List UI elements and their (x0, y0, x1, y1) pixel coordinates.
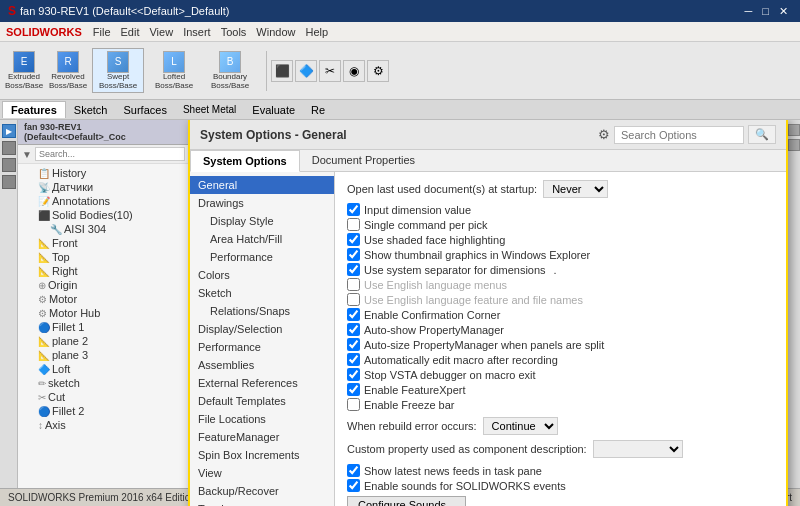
menu-tools[interactable]: Tools (216, 24, 252, 40)
tree-item-fillet1[interactable]: 🔵 Fillet 1 (18, 320, 189, 334)
tree-item-aisi[interactable]: 🔧 AISI 304 (18, 222, 189, 236)
chk-single-command-input[interactable] (347, 218, 360, 231)
configure-sounds-btn[interactable]: Configure Sounds... (347, 496, 466, 506)
tab-sketch[interactable]: Sketch (66, 102, 116, 118)
chk-auto-size-pm-input[interactable] (347, 338, 360, 351)
chk-stop-vsta-input[interactable] (347, 368, 360, 381)
nav-item-display-selection[interactable]: Display/Selection (190, 320, 334, 338)
tab-sheet-metal[interactable]: Sheet Metal (175, 102, 244, 117)
nav-item-assemblies[interactable]: Assemblies (190, 356, 334, 374)
search-button[interactable]: 🔍 (748, 125, 776, 144)
menu-view[interactable]: View (144, 24, 178, 40)
toolbar-btn-3[interactable]: ✂ (319, 60, 341, 82)
rebuild-select[interactable]: Continue Stop Prompt (483, 417, 558, 435)
tree-item-sketch[interactable]: ✏ sketch (18, 376, 189, 390)
nav-item-external-references[interactable]: External References (190, 374, 334, 392)
nav-item-area-hatch[interactable]: Area Hatch/Fill (190, 230, 334, 248)
nav-item-file-locations[interactable]: File Locations (190, 410, 334, 428)
tree-item-right[interactable]: 📐 Right (18, 264, 189, 278)
tab-system-options[interactable]: System Options (190, 150, 300, 172)
lofted-boss-btn[interactable]: L Lofted Boss/Base (148, 48, 200, 94)
tree-item-annotations[interactable]: 📝 Annotations (18, 194, 189, 208)
chk-input-dimension: Input dimension value (347, 203, 774, 216)
minimize-icon[interactable]: ─ (741, 5, 757, 18)
menu-file[interactable]: File (88, 24, 116, 40)
toolbar-btn-5[interactable]: ⚙ (367, 60, 389, 82)
chk-thumbnail-input[interactable] (347, 248, 360, 261)
chk-property-manager-input[interactable] (347, 323, 360, 336)
tab-re[interactable]: Re (303, 102, 333, 118)
tree-search-input[interactable] (35, 147, 185, 161)
menu-window[interactable]: Window (251, 24, 300, 40)
sidebar-icon-4[interactable] (2, 175, 16, 189)
revolved-boss-btn[interactable]: R Revolved Boss/Base (48, 48, 88, 94)
nav-item-touch[interactable]: Touch (190, 500, 334, 506)
custom-prop-select[interactable] (593, 440, 683, 458)
tree-item-motor[interactable]: ⚙ Motor (18, 292, 189, 306)
chk-input-dimension-input[interactable] (347, 203, 360, 216)
startup-select[interactable]: Never Always Ask (543, 180, 608, 198)
system-options-dialog: System Options - General ⚙ 🔍 System Opti… (188, 120, 788, 506)
sidebar-icon-1[interactable]: ▶ (2, 124, 16, 138)
right-icon-2[interactable] (788, 139, 800, 151)
nav-item-default-templates[interactable]: Default Templates (190, 392, 334, 410)
nav-item-sketch[interactable]: Sketch (190, 284, 334, 302)
toolbar-btn-2[interactable]: 🔷 (295, 60, 317, 82)
tree-item-origin[interactable]: ⊕ Origin (18, 278, 189, 292)
nav-item-general[interactable]: General (190, 176, 334, 194)
tree-item-fillet2[interactable]: 🔵 Fillet 2 (18, 404, 189, 418)
tree-item-plane2[interactable]: 📐 plane 2 (18, 334, 189, 348)
nav-item-display-style[interactable]: Display Style (190, 212, 334, 230)
nav-item-colors[interactable]: Colors (190, 266, 334, 284)
right-icon-1[interactable] (788, 124, 800, 136)
chk-news-feeds-input[interactable] (347, 464, 360, 477)
menu-insert[interactable]: Insert (178, 24, 216, 40)
maximize-icon[interactable]: □ (758, 5, 773, 18)
chk-sounds-input[interactable] (347, 479, 360, 492)
tree-item-sensors[interactable]: 📡 Датчики (18, 180, 189, 194)
nav-item-spin-box[interactable]: Spin Box Increments (190, 446, 334, 464)
swept-boss-btn[interactable]: S Swept Boss/Base (92, 48, 144, 94)
extruded-boss-btn[interactable]: E Extruded Boss/Base (4, 48, 44, 94)
menu-help[interactable]: Help (300, 24, 333, 40)
chk-freeze-bar-input[interactable] (347, 398, 360, 411)
tab-evaluate[interactable]: Evaluate (244, 102, 303, 118)
tab-surfaces[interactable]: Surfaces (116, 102, 175, 118)
menu-edit[interactable]: Edit (116, 24, 145, 40)
chk-system-separator-input[interactable] (347, 263, 360, 276)
sidebar-icon-2[interactable] (2, 141, 16, 155)
nav-item-view[interactable]: View (190, 464, 334, 482)
toolbar-btn-4[interactable]: ◉ (343, 60, 365, 82)
chk-shaded-face-input[interactable] (347, 233, 360, 246)
chk-featurexpert-input[interactable] (347, 383, 360, 396)
close-icon[interactable]: ✕ (775, 5, 792, 18)
tab-features[interactable]: Features (2, 101, 66, 118)
tree-item-axis[interactable]: ↕ Axis (18, 418, 189, 432)
main-toolbar: E Extruded Boss/Base R Revolved Boss/Bas… (0, 42, 800, 100)
nav-item-backup-recover[interactable]: Backup/Recover (190, 482, 334, 500)
tree-item-loft[interactable]: 🔷 Loft (18, 362, 189, 376)
chk-thumbnail: Show thumbnail graphics in Windows Explo… (347, 248, 774, 261)
chk-english-feature-input[interactable] (347, 293, 360, 306)
nav-item-relations-snaps[interactable]: Relations/Snaps (190, 302, 334, 320)
tree-item-front[interactable]: 📐 Front (18, 236, 189, 250)
tree-item-cut[interactable]: ✂ Cut (18, 390, 189, 404)
nav-item-performance[interactable]: Performance (190, 338, 334, 356)
chk-english-menus-input[interactable] (347, 278, 360, 291)
tree-item-history[interactable]: 📋 History (18, 166, 189, 180)
tree-item-plane3[interactable]: 📐 plane 3 (18, 348, 189, 362)
boundary-boss-btn[interactable]: B Boundary Boss/Base (204, 48, 256, 94)
options-search-input[interactable] (614, 126, 744, 144)
chk-confirmation-corner-input[interactable] (347, 308, 360, 321)
chk-auto-edit-macro-input[interactable] (347, 353, 360, 366)
nav-item-performance-sub[interactable]: Performance (190, 248, 334, 266)
toolbar-btn-1[interactable]: ⬛ (271, 60, 293, 82)
sidebar-icon-3[interactable] (2, 158, 16, 172)
nav-item-drawings[interactable]: Drawings (190, 194, 334, 212)
tree-item-motor-hub[interactable]: ⚙ Motor Hub (18, 306, 189, 320)
nav-item-featuremanager[interactable]: FeatureManager (190, 428, 334, 446)
tree-item-solid-bodies[interactable]: ⬛ Solid Bodies(10) (18, 208, 189, 222)
tab-document-properties[interactable]: Document Properties (300, 150, 427, 171)
dialog-overlay: System Options - General ⚙ 🔍 System Opti… (188, 120, 788, 506)
tree-item-top[interactable]: 📐 Top (18, 250, 189, 264)
